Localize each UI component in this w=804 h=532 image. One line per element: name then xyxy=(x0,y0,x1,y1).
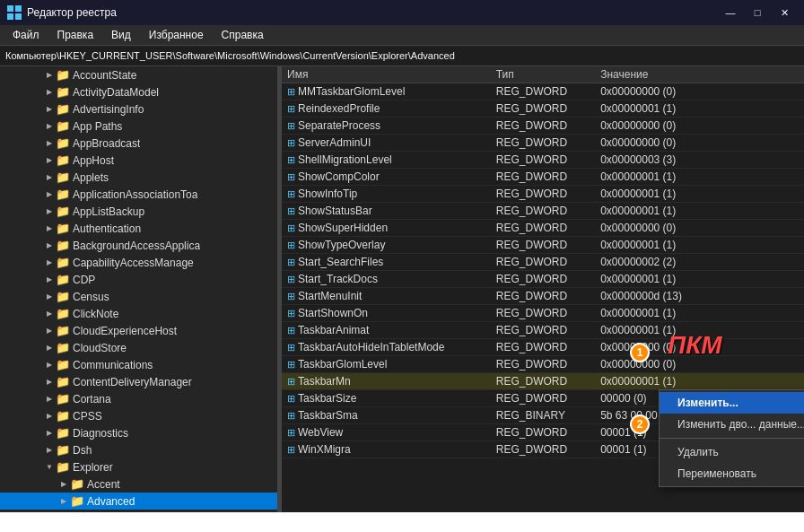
tree-item-contentdeliverymanager[interactable]: ▶📁ContentDeliveryManager xyxy=(0,373,277,390)
context-menu-item-3[interactable]: Удалить xyxy=(660,441,804,463)
maximize-button[interactable]: □ xyxy=(745,4,770,22)
reg-name-cell: ⊞ShowStatusBar xyxy=(282,203,491,220)
tree-toggle-icon[interactable]: ▶ xyxy=(43,446,56,454)
tree-toggle-icon[interactable]: ▶ xyxy=(43,395,56,403)
close-button[interactable]: ✕ xyxy=(772,4,797,22)
tree-toggle-icon[interactable]: ▶ xyxy=(43,361,56,369)
tree-toggle-icon[interactable]: ▶ xyxy=(43,207,56,215)
context-menu-item-4[interactable]: Переименовать xyxy=(660,463,804,484)
tree-item-capabilityaccessmanage[interactable]: ▶📁CapabilityAccessManage xyxy=(0,254,277,271)
context-menu-item-0[interactable]: Изменить... xyxy=(660,392,804,414)
table-row[interactable]: ⊞TaskbarAutoHideInTabletModeREG_DWORD0x0… xyxy=(282,339,804,356)
tree-toggle-icon[interactable]: ▶ xyxy=(57,497,70,505)
app-icon xyxy=(7,5,22,20)
reg-type-cell: REG_DWORD xyxy=(491,203,595,220)
table-row[interactable]: ⊞ShowStatusBarREG_DWORD0x00000001 (1) xyxy=(282,203,804,220)
tree-item-explorer[interactable]: ▼📁Explorer xyxy=(0,458,277,475)
tree-toggle-icon[interactable]: ▼ xyxy=(43,463,56,471)
tree-item-applicationassociationtoa[interactable]: ▶📁ApplicationAssociationToa xyxy=(0,186,277,203)
tree-toggle-icon[interactable]: ▶ xyxy=(43,71,56,79)
reg-type-cell: REG_DWORD xyxy=(491,305,595,322)
tree-toggle-icon[interactable]: ▶ xyxy=(43,429,56,437)
table-row[interactable]: ⊞ReindexedProfileREG_DWORD0x00000001 (1) xyxy=(282,100,804,118)
tree-toggle-icon[interactable]: ▶ xyxy=(43,190,56,198)
tree-toggle-icon[interactable]: ▶ xyxy=(43,241,56,249)
context-menu: Изменить...Изменить дво... данные...Удал… xyxy=(659,389,804,487)
tree-toggle-icon[interactable]: ▶ xyxy=(43,156,56,164)
tree-item-label: Authentication xyxy=(73,222,141,235)
tree-toggle-icon[interactable]: ▶ xyxy=(43,344,56,352)
tree-item-cpss[interactable]: ▶📁CPSS xyxy=(0,407,277,424)
table-row[interactable]: ⊞ShowInfoTipREG_DWORD0x00000001 (1) xyxy=(282,186,804,203)
tree-item-label: CapabilityAccessManage xyxy=(73,257,194,269)
table-row[interactable]: ⊞ShowSuperHiddenREG_DWORD0x00000000 (0) xyxy=(282,220,804,237)
registry-tree[interactable]: ▶📁AccountState▶📁ActivityDataModel▶📁Adver… xyxy=(0,66,278,512)
folder-icon: 📁 xyxy=(56,102,70,116)
table-row[interactable]: ⊞ShellMigrationLevelREG_DWORD0x00000003 … xyxy=(282,152,804,169)
folder-icon: 📁 xyxy=(56,426,70,440)
table-row[interactable]: ⊞TaskbarGlomLevelREG_DWORD0x00000000 (0) xyxy=(282,356,804,373)
menu-help[interactable]: Справка xyxy=(213,25,273,45)
menu-view[interactable]: Вид xyxy=(102,25,140,45)
tree-toggle-icon[interactable]: ▶ xyxy=(43,122,56,130)
tree-toggle-icon[interactable]: ▶ xyxy=(57,480,70,488)
tree-toggle-icon[interactable]: ▶ xyxy=(43,105,56,113)
tree-item-cloudstore[interactable]: ▶📁CloudStore xyxy=(0,339,277,356)
tree-item-clicknote[interactable]: ▶📁ClickNote xyxy=(0,305,277,322)
tree-item-cortana[interactable]: ▶📁Cortana xyxy=(0,390,277,407)
context-menu-item-1[interactable]: Изменить дво... данные... xyxy=(660,414,804,435)
tree-toggle-icon[interactable]: ▶ xyxy=(43,412,56,420)
tree-item-accountstate[interactable]: ▶📁AccountState xyxy=(0,66,277,83)
tree-toggle-icon[interactable]: ▶ xyxy=(43,224,56,232)
tree-item-apphost[interactable]: ▶📁AppHost xyxy=(0,152,277,169)
tree-item-app-paths[interactable]: ▶📁App Paths xyxy=(0,118,277,135)
tree-item-diagnostics[interactable]: ▶📁Diagnostics xyxy=(0,424,277,441)
table-row[interactable]: ⊞StartShownOnREG_DWORD0x00000001 (1) xyxy=(282,305,804,322)
tree-item-census[interactable]: ▶📁Census xyxy=(0,288,277,305)
tree-item-label: ActivityDataModel xyxy=(73,86,159,99)
tree-item-advanced[interactable]: ▶📁Advanced xyxy=(0,493,277,510)
col-header-type: Тип xyxy=(491,66,595,83)
tree-item-authentication[interactable]: ▶📁Authentication xyxy=(0,220,277,237)
table-row[interactable]: ⊞Start_SearchFilesREG_DWORD0x00000002 (2… xyxy=(282,254,804,271)
reg-value-cell: 0x00000001 (1) xyxy=(595,373,804,390)
tree-item-cdp[interactable]: ▶📁CDP xyxy=(0,271,277,288)
tree-toggle-icon[interactable]: ▶ xyxy=(43,310,56,318)
tree-toggle-icon[interactable]: ▶ xyxy=(43,88,56,96)
tree-item-applistbackup[interactable]: ▶📁AppListBackup xyxy=(0,203,277,220)
table-row[interactable]: ⊞ShowCompColorREG_DWORD0x00000001 (1) xyxy=(282,169,804,186)
table-row[interactable]: ⊞Start_TrackDocsREG_DWORD0x00000001 (1) xyxy=(282,271,804,288)
tree-item-activitydatamodel[interactable]: ▶📁ActivityDataModel xyxy=(0,83,277,100)
table-row[interactable]: ⊞TaskbarMnREG_DWORD0x00000001 (1) xyxy=(282,373,804,390)
tree-item-cloudexperiencehost[interactable]: ▶📁CloudExperienceHost xyxy=(0,322,277,339)
tree-item-communications[interactable]: ▶📁Communications xyxy=(0,356,277,373)
table-row[interactable]: ⊞TaskbarAnimatREG_DWORD0x00000001 (1) xyxy=(282,322,804,339)
tree-toggle-icon[interactable]: ▶ xyxy=(43,327,56,335)
tree-toggle-icon[interactable]: ▶ xyxy=(43,139,56,147)
tree-item-accent[interactable]: ▶📁Accent xyxy=(0,475,277,493)
tree-toggle-icon[interactable]: ▶ xyxy=(43,173,56,181)
reg-value-cell: 0x00000001 (1) xyxy=(595,203,804,220)
tree-item-advertisinginfo[interactable]: ▶📁AdvertisingInfo xyxy=(0,100,277,118)
menu-file[interactable]: Файл xyxy=(4,25,48,45)
tree-item-dsh[interactable]: ▶📁Dsh xyxy=(0,441,277,458)
tree-item-applets[interactable]: ▶📁Applets xyxy=(0,169,277,186)
menu-favorites[interactable]: Избранное xyxy=(140,25,213,45)
table-row[interactable]: ⊞MMTaskbarGlomLevelREG_DWORD0x00000000 (… xyxy=(282,83,804,100)
menu-edit[interactable]: Правка xyxy=(48,25,103,45)
reg-value-cell: 0x00000000 (0) xyxy=(595,135,804,152)
minimize-button[interactable]: — xyxy=(718,4,743,22)
table-row[interactable]: ⊞ShowTypeOverlayREG_DWORD0x00000001 (1) xyxy=(282,237,804,254)
main-content: ▶📁AccountState▶📁ActivityDataModel▶📁Adver… xyxy=(0,66,804,512)
tree-toggle-icon[interactable]: ▶ xyxy=(43,378,56,386)
table-row[interactable]: ⊞ServerAdminUIREG_DWORD0x00000000 (0) xyxy=(282,135,804,152)
reg-type-cell: REG_DWORD xyxy=(491,169,595,186)
reg-value-cell: 0x00000000 (0) xyxy=(595,118,804,135)
tree-item-backgroundaccessapplica[interactable]: ▶📁BackgroundAccessApplica xyxy=(0,237,277,254)
table-row[interactable]: ⊞StartMenuInitREG_DWORD0x0000000d (13) xyxy=(282,288,804,305)
tree-toggle-icon[interactable]: ▶ xyxy=(43,275,56,283)
tree-item-appbroadcast[interactable]: ▶📁AppBroadcast xyxy=(0,135,277,152)
tree-toggle-icon[interactable]: ▶ xyxy=(43,258,56,266)
tree-toggle-icon[interactable]: ▶ xyxy=(43,292,56,301)
table-row[interactable]: ⊞SeparateProcessREG_DWORD0x00000000 (0) xyxy=(282,118,804,135)
